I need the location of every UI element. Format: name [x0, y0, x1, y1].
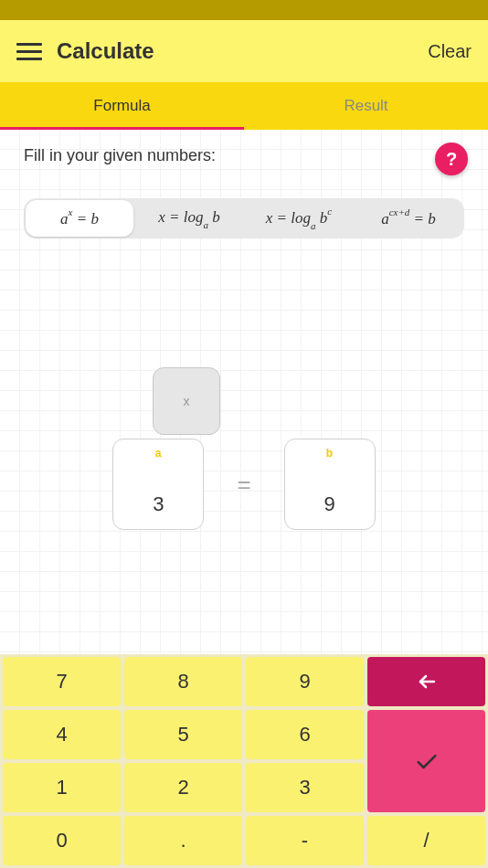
formula-picker: ax = b x = loga b x = loga bc acx+d = b — [24, 198, 464, 238]
key-3[interactable]: 3 — [246, 763, 364, 812]
key-minus[interactable]: - — [246, 816, 364, 865]
canvas: Fill in your given numbers: ? ax = b x =… — [0, 130, 488, 654]
tab-result[interactable]: Result — [244, 82, 488, 130]
key-2[interactable]: 2 — [124, 763, 242, 812]
key-dot[interactable]: . — [124, 816, 242, 865]
key-confirm[interactable] — [367, 710, 485, 812]
arrow-left-icon — [416, 671, 438, 693]
variable-b-box[interactable]: b 9 — [284, 439, 376, 530]
status-bar — [0, 0, 488, 20]
key-divide[interactable]: / — [367, 816, 485, 865]
clear-button[interactable]: Clear — [428, 41, 472, 62]
menu-icon[interactable] — [16, 38, 42, 64]
keypad: 7 8 9 4 5 6 1 2 3 0 . - / — [0, 654, 488, 868]
formula-option-3[interactable]: acx+d = b — [355, 200, 462, 237]
key-9[interactable]: 9 — [246, 657, 364, 706]
page-title: Calculate — [57, 38, 428, 64]
key-8[interactable]: 8 — [124, 657, 242, 706]
formula-option-2[interactable]: x = loga bc — [245, 200, 353, 237]
key-1[interactable]: 1 — [3, 763, 121, 812]
formula-option-1[interactable]: x = loga b — [135, 200, 243, 237]
equals-sign: = — [237, 471, 250, 499]
tab-formula[interactable]: Formula — [0, 82, 244, 130]
header: Calculate Clear — [0, 20, 488, 82]
variable-a-label: a — [122, 447, 194, 460]
tab-bar: Formula Result — [0, 82, 488, 130]
key-0[interactable]: 0 — [3, 816, 121, 865]
check-icon — [414, 748, 440, 774]
variable-x-box[interactable]: x — [153, 367, 220, 435]
instruction-text: Fill in your given numbers: — [24, 146, 464, 165]
key-backspace[interactable] — [367, 657, 485, 706]
key-7[interactable]: 7 — [3, 657, 121, 706]
key-5[interactable]: 5 — [124, 710, 242, 759]
variable-b-label: b — [294, 447, 366, 460]
formula-option-0[interactable]: ax = b — [26, 200, 133, 237]
key-4[interactable]: 4 — [3, 710, 121, 759]
variable-a-value: 3 — [122, 460, 194, 522]
help-button[interactable]: ? — [435, 143, 468, 175]
variable-x-label: x — [184, 394, 190, 408]
equation-area: x a 3 = b 9 — [0, 439, 488, 530]
key-6[interactable]: 6 — [246, 710, 364, 759]
variable-b-value: 9 — [294, 460, 366, 522]
variable-a-box[interactable]: a 3 — [112, 439, 204, 530]
